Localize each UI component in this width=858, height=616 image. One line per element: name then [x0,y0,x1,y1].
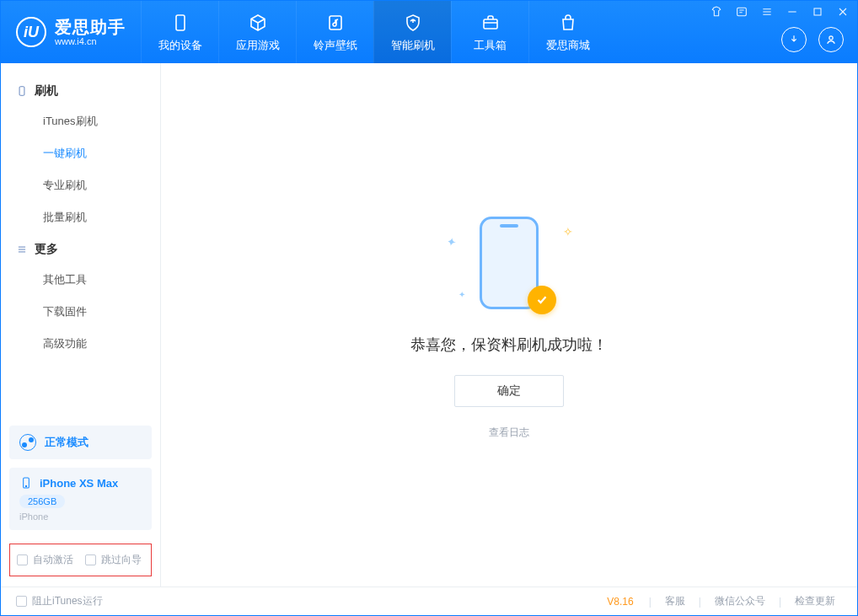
device-storage-badge: 256GB [19,495,65,508]
minimize-button[interactable] [785,4,800,19]
version-label: V8.16 [607,596,633,608]
app-window: iU 爱思助手 www.i4.cn 我的设备 应用游戏 铃声壁纸 智能刷机 [0,0,858,616]
sidebar-item-advanced[interactable]: 高级功能 [1,328,160,360]
device-icon [169,12,191,34]
sidebar-group-title: 刷机 [35,83,58,99]
header-right [781,16,857,63]
flash-options-box: 自动激活 跳过向导 [9,544,152,576]
mode-box[interactable]: 正常模式 [9,426,152,459]
sidebar-group-title: 更多 [35,242,58,257]
brand-title: 爱思助手 [55,18,126,36]
mode-icon [19,434,36,451]
brand-subtitle: www.i4.cn [55,36,126,46]
svg-point-8 [25,485,26,486]
sidebar-item-itunes-flash[interactable]: iTunes刷机 [1,105,160,137]
device-type: iPhone [19,512,142,522]
tab-ringtone-wallpaper[interactable]: 铃声壁纸 [296,1,373,63]
sidebar-item-download-firmware[interactable]: 下载固件 [1,296,160,328]
tab-label: 应用游戏 [236,38,280,53]
mode-label: 正常模式 [45,435,88,450]
svg-rect-0 [176,15,185,30]
tab-smart-flash[interactable]: 智能刷机 [373,1,451,63]
footer-link-wechat[interactable]: 微信公众号 [708,594,772,608]
sidebar-group-more: 更多 [1,233,160,264]
footer-link-update[interactable]: 检查更新 [788,594,842,608]
menu-icon[interactable] [759,4,775,19]
nav-tabs: 我的设备 应用游戏 铃声壁纸 智能刷机 工具箱 爱思商城 [141,1,606,63]
tab-label: 智能刷机 [391,38,435,53]
close-button[interactable] [835,4,850,19]
view-log-link[interactable]: 查看日志 [489,426,529,440]
brand-logo-icon: iU [16,17,46,47]
download-button[interactable] [781,27,807,52]
tab-my-device[interactable]: 我的设备 [141,1,218,63]
sidebar-item-oneclick-flash[interactable]: 一键刷机 [1,137,160,169]
checkbox-label: 阻止iTunes运行 [32,594,103,608]
checkbox-icon [85,554,96,565]
brand: iU 爱思助手 www.i4.cn [1,1,141,63]
device-name: iPhone XS Max [40,477,118,490]
tab-label: 工具箱 [474,38,507,53]
skin-icon[interactable] [709,4,724,19]
toolbox-icon [480,12,501,34]
maximize-button[interactable] [810,4,825,19]
checkbox-icon [16,596,27,607]
success-check-icon [528,286,556,314]
ok-button[interactable]: 确定 [454,375,564,407]
checkbox-label: 自动激活 [33,553,73,567]
account-button[interactable] [818,27,844,52]
success-text: 恭喜您，保资料刷机成功啦！ [410,335,608,355]
phone-icon [19,476,33,490]
device-box[interactable]: iPhone XS Max 256GB iPhone [9,468,152,530]
sidebar-group-flash: 刷机 [1,75,160,105]
shield-icon [402,12,424,34]
cube-icon [247,12,269,34]
phone-icon [16,85,28,97]
sidebar-item-other-tools[interactable]: 其他工具 [1,264,160,296]
checkbox-icon [17,554,28,565]
footer-link-support[interactable]: 客服 [658,594,692,608]
checkbox-label: 跳过向导 [101,553,142,567]
footer: 阻止iTunes运行 V8.16 | 客服 | 微信公众号 | 检查更新 [1,587,857,615]
sidebar-item-pro-flash[interactable]: 专业刷机 [1,169,160,201]
checkbox-auto-activate[interactable]: 自动激活 [17,553,73,567]
success-illustration: ✦ ✧ ✦ [442,210,576,319]
svg-rect-4 [737,8,747,15]
menu-icon [16,244,28,255]
feedback-icon[interactable] [734,4,749,19]
sparkle-icon: ✧ [563,225,573,238]
svg-rect-2 [484,19,497,29]
window-controls [709,4,850,19]
sidebar: 刷机 iTunes刷机 一键刷机 专业刷机 批量刷机 更多 其他工具 下载固件 … [1,63,161,587]
svg-point-3 [829,36,833,40]
tab-apps-games[interactable]: 应用游戏 [218,1,296,63]
tab-label: 我的设备 [158,38,202,53]
music-icon [324,12,346,34]
tab-toolbox[interactable]: 工具箱 [451,1,528,63]
svg-rect-6 [19,87,24,96]
tab-label: 铃声壁纸 [314,38,357,53]
body: 刷机 iTunes刷机 一键刷机 专业刷机 批量刷机 更多 其他工具 下载固件 … [1,63,857,587]
checkbox-skip-wizard[interactable]: 跳过向导 [85,553,142,567]
bag-icon [557,12,579,34]
main-panel: ✦ ✧ ✦ 恭喜您，保资料刷机成功啦！ 确定 查看日志 [161,63,857,587]
svg-rect-5 [814,8,821,15]
sparkle-icon: ✦ [446,234,458,249]
tab-label: 爱思商城 [546,38,590,53]
header: iU 爱思助手 www.i4.cn 我的设备 应用游戏 铃声壁纸 智能刷机 [1,1,857,63]
checkbox-block-itunes[interactable]: 阻止iTunes运行 [16,594,103,608]
sidebar-item-batch-flash[interactable]: 批量刷机 [1,201,160,233]
tab-store[interactable]: 爱思商城 [528,1,606,63]
sparkle-icon: ✦ [458,290,465,299]
